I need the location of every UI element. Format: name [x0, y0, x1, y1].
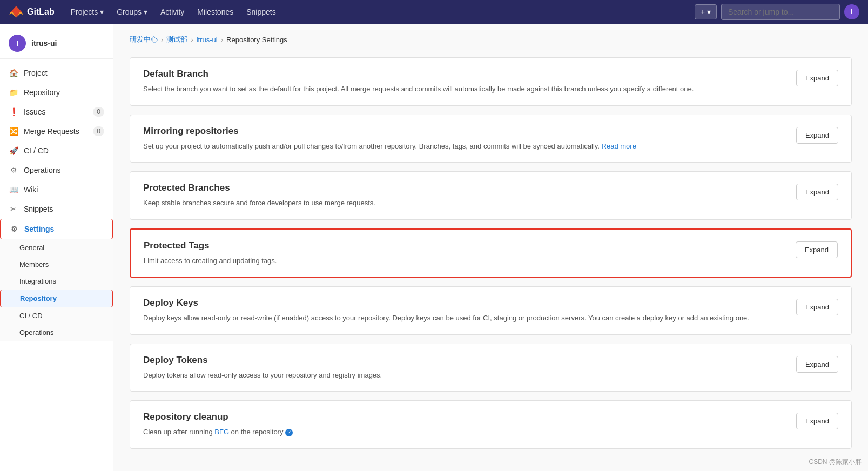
settings-section-mirroring: Mirroring repositories Set up your proje… [130, 115, 852, 163]
sidebar-sub-repository[interactable]: Repository [0, 290, 113, 307]
issues-badge: 0 [93, 107, 104, 117]
expand-button-repo-cleanup[interactable]: Expand [796, 413, 838, 429]
sidebar-item-label: CI / CD [24, 146, 49, 155]
read-more-link[interactable]: Read more [602, 142, 636, 150]
sidebar-item-wiki[interactable]: 📖 Wiki [0, 180, 113, 199]
project-name[interactable]: itrus-ui [31, 39, 57, 48]
section-content: Deploy Tokens Deploy tokens allow read-o… [143, 355, 796, 381]
sidebar-item-issues[interactable]: ❗ Issues 0 [0, 102, 113, 122]
section-description: Deploy tokens allow read-only access to … [143, 370, 785, 381]
settings-section-protected-tags: Protected Tags Limit access to creating … [130, 228, 852, 278]
expand-button-mirroring[interactable]: Expand [796, 127, 838, 144]
sidebar-item-label: Snippets [24, 205, 53, 213]
section-description: Deploy keys allow read-only or read-writ… [143, 313, 785, 324]
nav-projects[interactable]: Projects ▾ [65, 4, 109, 19]
sub-item-label: Repository [20, 294, 57, 302]
expand-button-deploy-tokens[interactable]: Expand [796, 356, 838, 373]
breadcrumb-group[interactable]: 测试部 [166, 35, 187, 44]
expand-button-protected-tags[interactable]: Expand [796, 241, 838, 258]
sidebar-item-merge-requests[interactable]: 🔀 Merge Requests 0 [0, 122, 113, 141]
section-title: Deploy Tokens [143, 355, 785, 366]
merge-requests-badge: 0 [93, 126, 104, 136]
sidebar-item-snippets[interactable]: ✂ Snippets [0, 199, 113, 219]
info-icon: ? [285, 429, 293, 436]
settings-section-protected-branches: Protected Branches Keep stable branches … [130, 171, 852, 220]
nav-milestones[interactable]: Milestones [192, 4, 239, 19]
sidebar-item-label: Issues [24, 107, 45, 116]
sidebar-item-operations[interactable]: ⚙ Operations [0, 160, 113, 180]
top-navigation: GitLab Projects ▾ Groups ▾ Activity Mile… [0, 0, 868, 24]
bfg-link[interactable]: BFG [214, 428, 229, 436]
section-content: Deploy Keys Deploy keys allow read-only … [143, 298, 796, 324]
sidebar-sub-integrations[interactable]: Integrations [0, 273, 113, 290]
expand-button-deploy-keys[interactable]: Expand [796, 299, 838, 315]
issues-icon: ❗ [9, 107, 18, 117]
section-content: Protected Branches Keep stable branches … [143, 183, 796, 208]
sidebar: I itrus-ui 🏠 Project 📁 Repository ❗ Issu… [0, 24, 113, 471]
sidebar-item-cicd[interactable]: 🚀 CI / CD [0, 141, 113, 160]
project-avatar: I [9, 35, 26, 52]
nav-activity[interactable]: Activity [155, 4, 190, 19]
breadcrumb-sep-3: › [221, 36, 223, 44]
top-nav-links: Projects ▾ Groups ▾ Activity Milestones … [65, 4, 281, 19]
sidebar-sub-cicd[interactable]: CI / CD [0, 307, 113, 324]
logo[interactable]: GitLab [9, 4, 55, 19]
sub-item-label: Operations [19, 328, 54, 337]
sidebar-sub-members[interactable]: Members [0, 256, 113, 273]
settings-icon: ⚙ [9, 224, 19, 234]
expand-button-default-branch[interactable]: Expand [796, 70, 838, 86]
project-header: I itrus-ui [0, 28, 113, 59]
sub-item-label: Members [19, 260, 49, 268]
search-input[interactable] [721, 4, 840, 20]
nav-snippets[interactable]: Snippets [241, 4, 281, 19]
settings-section-repo-cleanup: Repository cleanup Clean up after runnin… [130, 400, 852, 449]
main-content: 研发中心 › 测试部 › itrus-ui › Repository Setti… [113, 24, 868, 471]
top-nav-right: + ▾ I [695, 4, 859, 20]
avatar[interactable]: I [844, 4, 859, 19]
breadcrumb-project[interactable]: itrus-ui [197, 36, 218, 44]
sidebar-item-settings[interactable]: ⚙ Settings [0, 219, 113, 239]
sidebar-item-project[interactable]: 🏠 Project [0, 63, 113, 83]
sidebar-item-label: Operations [24, 166, 60, 174]
sidebar-item-label: Merge Requests [24, 127, 79, 136]
settings-section-default-branch: Default Branch Select the branch you wan… [130, 57, 852, 106]
section-title: Protected Tags [144, 240, 785, 251]
section-description: Set up your project to automatically pus… [143, 141, 785, 152]
sub-item-label: CI / CD [19, 312, 43, 320]
settings-section-deploy-keys: Deploy Keys Deploy keys allow read-only … [130, 286, 852, 335]
section-description: Clean up after running BFG on the reposi… [143, 427, 785, 438]
sidebar-item-label: Repository [24, 88, 60, 97]
gitlab-logo-icon [9, 4, 24, 19]
section-title: Deploy Keys [143, 298, 785, 308]
breadcrumb-current: Repository Settings [226, 36, 287, 44]
breadcrumb-sep-1: › [161, 36, 163, 44]
breadcrumb-root[interactable]: 研发中心 [130, 35, 158, 44]
new-button[interactable]: + ▾ [695, 4, 717, 19]
sidebar-item-label: Settings [24, 225, 54, 233]
section-content: Repository cleanup Clean up after runnin… [143, 412, 796, 438]
operations-icon: ⚙ [9, 165, 18, 175]
sidebar-item-label: Project [24, 69, 48, 77]
nav-groups[interactable]: Groups ▾ [111, 4, 153, 19]
sidebar-item-repository[interactable]: 📁 Repository [0, 83, 113, 102]
sub-item-label: Integrations [19, 277, 56, 285]
section-description: Select the branch you want to set as the… [143, 84, 785, 95]
section-content: Default Branch Select the branch you wan… [143, 69, 796, 95]
cicd-icon: 🚀 [9, 146, 18, 156]
section-description: Keep stable branches secure and force de… [143, 198, 785, 208]
project-icon: 🏠 [9, 68, 18, 78]
section-description: Limit access to creating and updating ta… [144, 255, 785, 266]
sidebar-item-label: Wiki [24, 185, 38, 194]
section-title: Repository cleanup [143, 412, 785, 422]
sidebar-sub-general[interactable]: General [0, 239, 113, 256]
section-title: Protected Branches [143, 183, 785, 193]
sidebar-nav: 🏠 Project 📁 Repository ❗ Issues 0 🔀 Merg… [0, 63, 113, 341]
logo-text: GitLab [27, 7, 55, 17]
expand-button-protected-branches[interactable]: Expand [796, 184, 838, 200]
settings-section-deploy-tokens: Deploy Tokens Deploy tokens allow read-o… [130, 344, 852, 392]
wiki-icon: 📖 [9, 185, 18, 194]
section-title: Mirroring repositories [143, 126, 785, 137]
settings-sub-menu: General Members Integrations Repository … [0, 239, 113, 341]
breadcrumb-sep-2: › [191, 36, 193, 44]
sidebar-sub-operations[interactable]: Operations [0, 324, 113, 341]
